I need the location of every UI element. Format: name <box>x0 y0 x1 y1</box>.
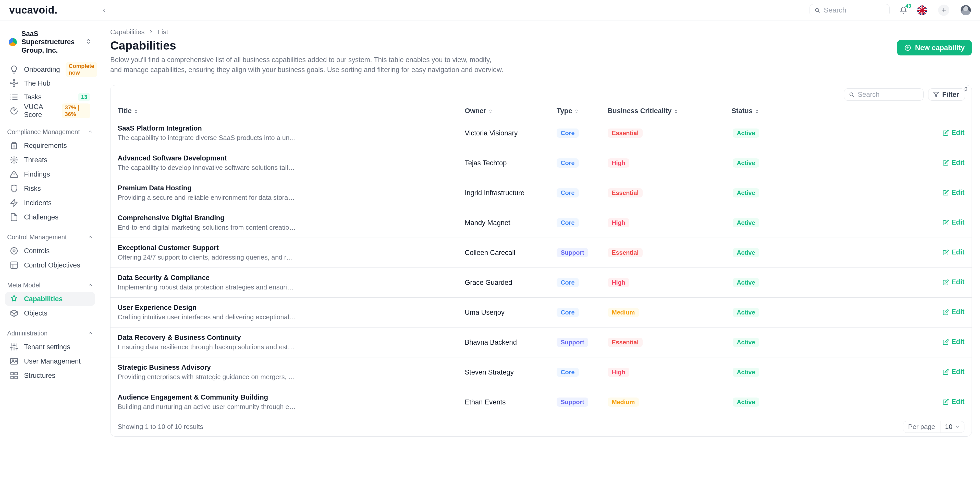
edit-button[interactable]: Edit <box>943 248 964 256</box>
table-row[interactable]: Advanced Software DevelopmentThe capabil… <box>110 148 972 178</box>
col-owner[interactable]: Owner <box>458 104 549 118</box>
sidebar-item-vuca[interactable]: VUCA Score 37% | 36% <box>5 104 95 118</box>
cell-type: Core <box>549 268 600 298</box>
breadcrumb-root[interactable]: Capabilities <box>110 28 145 36</box>
sidebar-item-capabilities[interactable]: Capabilities <box>5 292 95 306</box>
type-tag: Core <box>557 188 579 198</box>
sidebar-item-findings[interactable]: Findings <box>5 168 95 181</box>
criticality-tag: Medium <box>608 397 639 407</box>
sidebar-item-incidents[interactable]: Incidents <box>5 196 95 210</box>
svg-rect-28 <box>11 262 18 268</box>
table-search[interactable] <box>844 88 924 101</box>
cell-actions: Edit <box>767 327 972 358</box>
table-row[interactable]: Exceptional Customer SupportOffering 24/… <box>110 238 972 268</box>
brand-area: vucavoid. <box>9 4 109 16</box>
table-search-input[interactable] <box>857 91 919 99</box>
cell-actions: Edit <box>767 208 972 238</box>
type-tag: Core <box>557 278 579 287</box>
global-search[interactable] <box>810 4 890 16</box>
tenant-logo-icon <box>9 38 17 46</box>
col-type[interactable]: Type <box>549 104 600 118</box>
global-search-input[interactable] <box>823 6 885 14</box>
sidebar-item-control-objectives[interactable]: Control Objectives <box>5 258 95 272</box>
capabilities-table: Title Owner Type Business Criticality St… <box>110 104 972 417</box>
col-title[interactable]: Title <box>110 104 458 118</box>
table-row[interactable]: Data Security & ComplianceImplementing r… <box>110 268 972 298</box>
col-criticality[interactable]: Business Criticality <box>600 104 708 118</box>
sidebar-item-controls[interactable]: Controls <box>5 244 95 258</box>
table-row[interactable]: Premium Data HostingProviding a secure a… <box>110 178 972 208</box>
sidebar-section-header[interactable]: Meta Model <box>5 279 95 291</box>
per-page-select[interactable]: 10 <box>940 421 964 433</box>
edit-label: Edit <box>951 219 964 227</box>
sort-icon <box>488 109 493 114</box>
cell-owner: Victoria Visionary <box>458 118 549 148</box>
cell-owner: Steven Strategy <box>458 358 549 387</box>
edit-button[interactable]: Edit <box>943 398 964 406</box>
sidebar-item-onboarding[interactable]: Onboarding Complete now <box>5 62 95 77</box>
table-row[interactable]: User Experience DesignCrafting intuitive… <box>110 298 972 327</box>
edit-button[interactable]: Edit <box>943 129 964 137</box>
status-tag: Active <box>733 278 759 287</box>
row-title: Advanced Software Development <box>118 154 458 162</box>
status-tag: Active <box>733 338 759 347</box>
sidebar-item-tasks[interactable]: Tasks 13 <box>5 90 95 104</box>
notifications-button[interactable]: 43 <box>898 5 909 16</box>
sidebar-section-header[interactable]: Compliance Management <box>5 126 95 138</box>
sidebar-section-header[interactable]: Administration <box>5 327 95 339</box>
table-row[interactable]: Comprehensive Digital BrandingEnd-to-end… <box>110 208 972 238</box>
edit-button[interactable]: Edit <box>943 308 964 316</box>
table-row[interactable]: Audience Engagement & Community Building… <box>110 387 972 417</box>
sidebar-item-label: Control Objectives <box>24 261 80 269</box>
edit-button[interactable]: Edit <box>943 188 964 196</box>
new-capability-button[interactable]: New capability <box>897 40 972 56</box>
cell-status: Active <box>708 178 767 208</box>
edit-button[interactable]: Edit <box>943 219 964 227</box>
sidebar-item-user-management[interactable]: User Management <box>5 354 95 368</box>
table-row[interactable]: Data Recovery & Business ContinuityEnsur… <box>110 327 972 358</box>
language-switcher[interactable] <box>917 5 927 15</box>
per-page-control: Per page 10 <box>903 421 964 433</box>
status-tag: Active <box>733 397 759 407</box>
sidebar-section-header[interactable]: Control Management <box>5 231 95 243</box>
cell-criticality: Essential <box>600 327 708 358</box>
type-tag: Core <box>557 158 579 168</box>
cell-criticality: Essential <box>600 238 708 268</box>
findings-icon <box>10 170 18 179</box>
sidebar-item-structures[interactable]: Structures <box>5 369 95 383</box>
table-row[interactable]: Strategic Business AdvisoryProviding ent… <box>110 358 972 387</box>
collapse-sidebar-button[interactable] <box>99 5 109 15</box>
status-tag: Active <box>733 188 759 198</box>
edit-button[interactable]: Edit <box>943 338 964 346</box>
filter-button[interactable]: Filter 0 <box>928 88 965 101</box>
user-avatar[interactable] <box>961 5 971 15</box>
edit-button[interactable]: Edit <box>943 278 964 286</box>
status-tag: Active <box>733 308 759 317</box>
edit-button[interactable]: Edit <box>943 368 964 376</box>
sidebar-item-challenges[interactable]: Challenges <box>5 210 95 224</box>
sidebar: SaaS Superstructures Group, Inc. Onboard… <box>0 21 100 490</box>
sidebar-item-tenant-settings[interactable]: Tenant settings <box>5 340 95 354</box>
sidebar-item-requirements[interactable]: Requirements <box>5 139 95 153</box>
quick-add-button[interactable] <box>938 5 950 16</box>
type-tag: Core <box>557 368 579 377</box>
brand-logo[interactable]: vucavoid. <box>9 4 57 16</box>
sidebar-item-risks[interactable]: Risks <box>5 182 95 195</box>
sidebar-item-thehub[interactable]: The Hub <box>5 77 95 90</box>
sidebar-item-objects[interactable]: Objects <box>5 306 95 320</box>
challenges-icon <box>10 213 18 222</box>
cell-criticality: Essential <box>600 178 708 208</box>
row-description: Ensuring data resilience through backup … <box>118 343 296 351</box>
sidebar-item-threats[interactable]: Threats <box>5 153 95 167</box>
edit-button[interactable]: Edit <box>943 159 964 166</box>
tenant-switcher[interactable]: SaaS Superstructures Group, Inc. <box>5 27 95 57</box>
cell-title: Exceptional Customer SupportOffering 24/… <box>110 238 458 268</box>
cell-criticality: High <box>600 208 708 238</box>
col-status[interactable]: Status <box>708 104 767 118</box>
type-tag: Core <box>557 218 579 227</box>
table-row[interactable]: SaaS Platform IntegrationThe capability … <box>110 118 972 148</box>
edit-icon <box>943 249 949 255</box>
edit-label: Edit <box>951 398 964 406</box>
row-description: Building and nurturing an active user co… <box>118 403 296 411</box>
sort-icon <box>134 109 138 114</box>
